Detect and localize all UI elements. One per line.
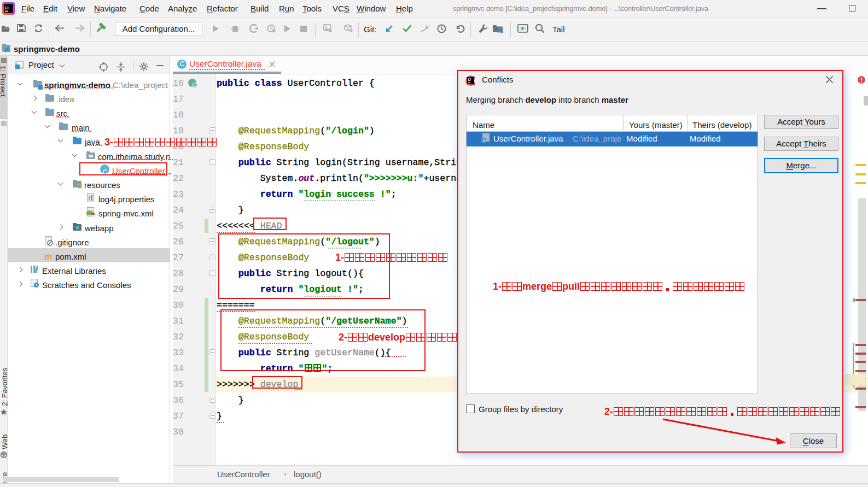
svg-text:IJ: IJ: [468, 78, 471, 81]
